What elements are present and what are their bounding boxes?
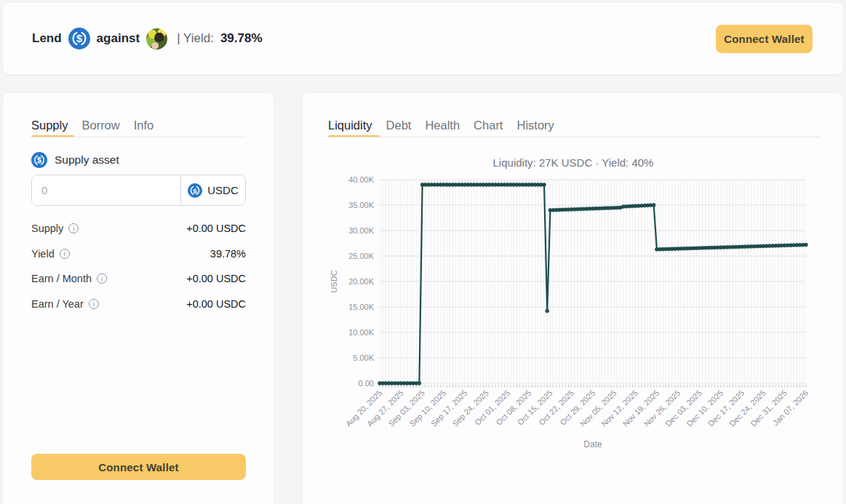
svg-text:USDC: USDC — [330, 270, 338, 292]
tab-borrow[interactable]: Borrow — [81, 119, 119, 137]
market-summary: Lend $ against | Yield: 39.78% — [32, 28, 263, 49]
svg-text:Aug 20, 2025: Aug 20, 2025 — [344, 388, 384, 428]
header-card: Lend $ against | Yield: 39.78% Connect W… — [2, 2, 844, 75]
supply-panel: Supply Borrow Info $ Supply asset $ — [2, 92, 274, 504]
info-icon[interactable]: i — [97, 273, 107, 284]
svg-text:0.00: 0.00 — [359, 379, 374, 388]
svg-text:Liquidity: 27K USDC · Yield: 4: Liquidity: 27K USDC · Yield: 40% — [493, 156, 654, 169]
stat-value: 39.78% — [210, 248, 246, 260]
stat-row-supply: Supplyi +0.00 USDC — [31, 216, 246, 241]
supply-amount-input[interactable] — [32, 175, 180, 205]
usdc-icon: $ — [68, 28, 90, 49]
svg-text:25.00K: 25.00K — [348, 252, 375, 260]
info-icon[interactable]: i — [60, 249, 70, 259]
supply-amount-box: $ USDC — [31, 175, 246, 206]
info-icon[interactable]: i — [68, 223, 79, 233]
connect-wallet-button[interactable]: Connect Wallet — [31, 454, 246, 480]
lend-label: Lend — [32, 31, 62, 46]
svg-text:5.00K: 5.00K — [353, 353, 374, 362]
usdc-icon: $ — [31, 152, 47, 168]
svg-text:40.00K: 40.00K — [348, 175, 375, 184]
stat-label: Earn / Month — [31, 273, 92, 284]
tab-supply[interactable]: Supply — [31, 119, 68, 137]
svg-text:10.00K: 10.00K — [348, 328, 375, 337]
usdc-icon: $ — [188, 183, 202, 198]
asset-symbol: USDC — [207, 184, 239, 196]
svg-text:20.00K: 20.00K — [348, 277, 375, 286]
stat-row-yield: Yieldi 39.78% — [31, 241, 246, 267]
yield-label: | Yield: — [177, 31, 214, 46]
tab-divider — [31, 137, 246, 137]
svg-text:$: $ — [76, 33, 82, 44]
stat-row-earn-month: Earn / Monthi +0.00 USDC — [31, 266, 246, 292]
supply-asset-label: Supply asset — [55, 153, 119, 167]
against-label: against — [97, 31, 140, 46]
svg-text:15.00K: 15.00K — [348, 303, 375, 311]
liquidity-chart: 0.005.00K10.00K15.00K20.00K25.00K30.00K3… — [303, 93, 845, 504]
svg-text:$: $ — [193, 186, 198, 194]
svg-text:$: $ — [37, 156, 41, 164]
supply-stats: Supplyi +0.00 USDC Yieldi 39.78% Earn / … — [31, 216, 246, 316]
yield-value: 39.78% — [220, 31, 263, 46]
svg-text:Date: Date — [583, 439, 602, 449]
svg-text:30.00K: 30.00K — [348, 226, 375, 235]
stat-label: Supply — [31, 223, 63, 234]
connect-wallet-button[interactable]: Connect Wallet — [716, 25, 813, 53]
stat-value: +0.00 USDC — [186, 273, 246, 284]
stat-value: +0.00 USDC — [186, 298, 246, 310]
stat-label: Yield — [31, 248, 55, 260]
stat-value: +0.00 USDC — [186, 223, 246, 234]
stat-label: Earn / Year — [31, 298, 84, 310]
asset-selector[interactable]: $ USDC — [180, 175, 245, 205]
tab-info[interactable]: Info — [134, 119, 154, 137]
collateral-token-avatar — [146, 28, 167, 49]
supply-panel-tabs: Supply Borrow Info — [31, 119, 153, 137]
info-icon[interactable]: i — [89, 299, 99, 309]
stat-row-earn-year: Earn / Yeari +0.00 USDC — [31, 292, 246, 317]
liquidity-panel: Liquidity Debt Health Chart History 0.00… — [302, 92, 844, 504]
supply-asset-row: $ Supply asset — [31, 152, 119, 168]
svg-text:35.00K: 35.00K — [348, 201, 375, 209]
